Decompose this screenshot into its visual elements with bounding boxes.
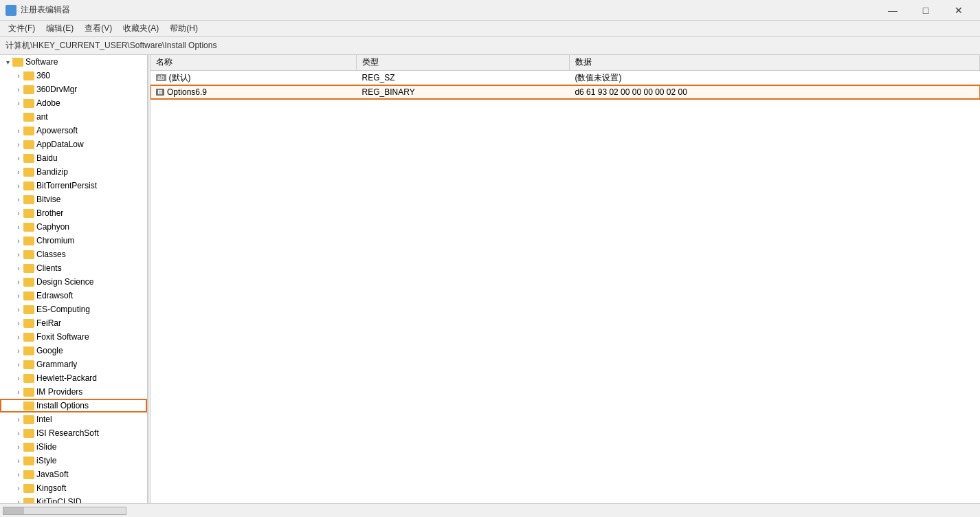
tree-item-label: ISI ResearchSoft bbox=[36, 428, 99, 438]
tree-arrow-icon: › bbox=[14, 182, 23, 190]
title-bar-left: 注册表编辑器 bbox=[5, 4, 70, 16]
tree-item[interactable]: ›iStyle bbox=[0, 454, 147, 468]
folder-icon bbox=[23, 319, 34, 328]
tree-item[interactable]: ›Bitvise bbox=[0, 192, 147, 206]
folder-icon bbox=[23, 182, 34, 190]
tree-arrow-icon: › bbox=[14, 471, 23, 478]
tree-item[interactable]: ›360 bbox=[0, 69, 147, 82]
tree-arrow-icon: › bbox=[14, 168, 23, 176]
table-row[interactable]: ab (默认)REG_SZ(数值未设置) bbox=[151, 70, 980, 85]
address-bar: 计算机\HKEY_CURRENT_USER\Software\Install O… bbox=[0, 37, 980, 55]
tree-item-label: Kingsoft bbox=[36, 483, 66, 493]
tree-item[interactable]: ›AppDataLow bbox=[0, 138, 147, 151]
tree-item-label: Bitvise bbox=[36, 195, 60, 204]
tree-item-label: Design Science bbox=[36, 277, 93, 287]
tree-item-label: ant bbox=[36, 112, 48, 122]
tree-item[interactable]: ›ISI ResearchSoft bbox=[0, 426, 147, 440]
tree-item[interactable]: ›Caphyon bbox=[0, 220, 147, 234]
folder-icon bbox=[23, 360, 34, 369]
tree-item-label: FeiRar bbox=[36, 318, 61, 328]
tree-item[interactable]: ›Kingsoft bbox=[0, 481, 147, 495]
tree-item[interactable]: ›KitTipCLSID bbox=[0, 495, 147, 503]
menu-help[interactable]: 帮助(H) bbox=[164, 21, 203, 36]
menu-edit[interactable]: 编辑(E) bbox=[41, 21, 79, 36]
tree-arrow-icon: › bbox=[14, 388, 23, 396]
tree-item[interactable]: ›BitTorrentPersist bbox=[0, 179, 147, 192]
folder-icon bbox=[23, 209, 34, 218]
tree-item[interactable]: ›IM Providers bbox=[0, 385, 147, 399]
tree-item[interactable]: ›Chromium bbox=[0, 234, 147, 248]
tree-item[interactable]: ›360DrvMgr bbox=[0, 82, 147, 96]
folder-icon bbox=[23, 278, 34, 287]
tree-item[interactable]: ant bbox=[0, 110, 147, 124]
tree-arrow-icon: › bbox=[14, 278, 23, 286]
window-title: 注册表编辑器 bbox=[21, 4, 70, 16]
tree-item-label: Grammarly bbox=[36, 360, 77, 369]
maximize-button[interactable]: □ bbox=[910, 0, 942, 21]
folder-icon bbox=[23, 264, 34, 273]
tree-item[interactable]: ›Grammarly bbox=[0, 358, 147, 371]
tree-item[interactable]: ›Classes bbox=[0, 248, 147, 261]
menu-file[interactable]: 文件(F) bbox=[3, 21, 41, 36]
tree-item[interactable]: ›Edrawsoft bbox=[0, 289, 147, 302]
tree-item[interactable]: Install Options bbox=[0, 399, 147, 412]
tree-item[interactable]: ›Baidu bbox=[0, 151, 147, 165]
binary-icon: ⊞ Options6.9 bbox=[156, 87, 207, 97]
col-type: 类型 bbox=[357, 55, 570, 70]
folder-icon bbox=[23, 415, 34, 424]
tree-arrow-icon: › bbox=[14, 485, 23, 492]
tree-item[interactable]: ›Clients bbox=[0, 261, 147, 275]
tree-item-label: 360 bbox=[36, 71, 50, 80]
tree-item[interactable]: ›Design Science bbox=[0, 275, 147, 289]
status-bar bbox=[0, 503, 980, 517]
tree-item[interactable]: ›Brother bbox=[0, 206, 147, 220]
tree-arrow-icon: › bbox=[14, 306, 23, 314]
tree-arrow-icon: › bbox=[14, 416, 23, 424]
tree-item[interactable]: ▾Software bbox=[0, 55, 147, 69]
tree-item-label: Clients bbox=[36, 263, 62, 273]
tree-arrow-icon: › bbox=[14, 347, 23, 355]
tree-arrow-icon: › bbox=[14, 127, 23, 135]
tree-item[interactable]: ›ES-Computing bbox=[0, 302, 147, 316]
close-button[interactable]: ✕ bbox=[943, 0, 975, 21]
tree-item-label: KitTipCLSID bbox=[36, 497, 82, 503]
tree-arrow-icon: › bbox=[14, 498, 23, 504]
tree-item-label: iSlide bbox=[36, 442, 56, 452]
tree-item[interactable]: ›Bandizip bbox=[0, 165, 147, 179]
table-row[interactable]: ⊞ Options6.9REG_BINARYd6 61 93 02 00 00 … bbox=[151, 85, 980, 99]
tree-item[interactable]: ›Adobe bbox=[0, 96, 147, 110]
tree-arrow-icon: › bbox=[14, 292, 23, 300]
tree-arrow-icon: › bbox=[14, 333, 23, 341]
title-bar: 注册表编辑器 — □ ✕ bbox=[0, 0, 980, 21]
tree-item[interactable]: ›FeiRar bbox=[0, 316, 147, 330]
tree-item-label: Edrawsoft bbox=[36, 291, 73, 300]
tree-item[interactable]: ›Apowersoft bbox=[0, 124, 147, 138]
tree-item-label: Bandizip bbox=[36, 167, 68, 177]
scrollbar-thumb[interactable] bbox=[3, 507, 24, 514]
tree-arrow-icon: › bbox=[14, 237, 23, 245]
menu-view[interactable]: 查看(V) bbox=[79, 21, 118, 36]
tree-item[interactable]: ›iSlide bbox=[0, 440, 147, 454]
tree-panel[interactable]: ▾Software›360›360DrvMgr›Adobeant›Apowers… bbox=[0, 55, 148, 503]
tree-arrow-icon: › bbox=[14, 155, 23, 162]
tree-item[interactable]: ›Foxit Software bbox=[0, 330, 147, 344]
table-header-row: 名称 类型 数据 bbox=[151, 55, 980, 70]
tree-item[interactable]: ›Hewlett-Packard bbox=[0, 371, 147, 385]
tree-item[interactable]: ›JavaSoft bbox=[0, 468, 147, 481]
folder-icon bbox=[23, 126, 34, 135]
tree-arrow-icon: › bbox=[14, 320, 23, 327]
folder-icon bbox=[23, 236, 34, 245]
folder-icon bbox=[23, 140, 34, 149]
horizontal-scrollbar[interactable] bbox=[3, 507, 126, 515]
tree-item-label: Foxit Software bbox=[36, 332, 89, 342]
tree-arrow-icon: › bbox=[14, 196, 23, 204]
tree-item[interactable]: ›Intel bbox=[0, 412, 147, 426]
menu-favorites[interactable]: 收藏夹(A) bbox=[118, 21, 164, 36]
tree-arrow-icon: › bbox=[14, 223, 23, 231]
tree-item[interactable]: ›Google bbox=[0, 344, 147, 358]
tree-item-label: Brother bbox=[36, 208, 63, 218]
minimize-button[interactable]: — bbox=[877, 0, 909, 21]
folder-icon bbox=[23, 456, 34, 465]
main-content: ▾Software›360›360DrvMgr›Adobeant›Apowers… bbox=[0, 55, 980, 503]
tree-arrow-icon: › bbox=[14, 265, 23, 272]
